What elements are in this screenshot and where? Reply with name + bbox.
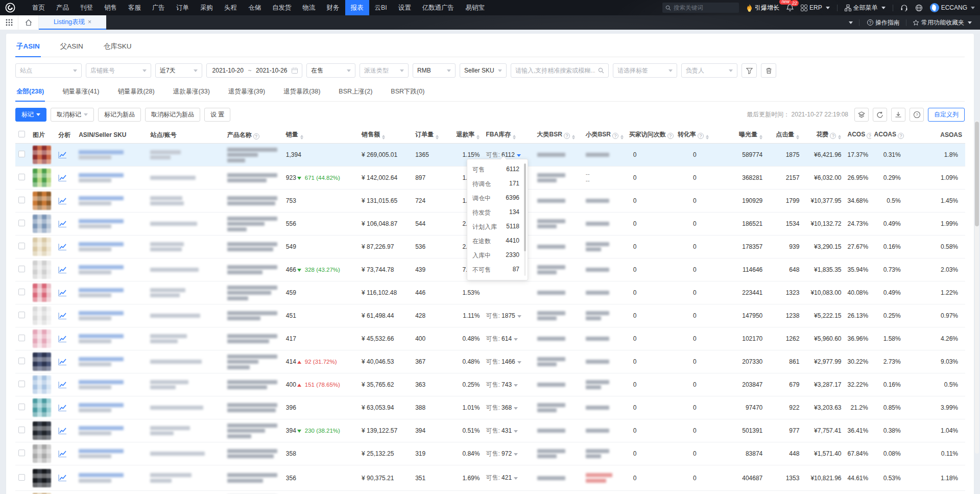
- analysis-chart-icon[interactable]: [58, 243, 73, 251]
- analysis-chart-icon[interactable]: [58, 197, 73, 205]
- alert-tab-退款暴涨(33)[interactable]: 退款暴涨(33): [172, 84, 211, 101]
- filter-funnel-button[interactable]: [742, 63, 757, 78]
- row-checkbox[interactable]: [18, 220, 25, 226]
- column-header-bsr1[interactable]: 大类BSR?: [534, 127, 583, 144]
- batch-layers-button[interactable]: [854, 108, 869, 122]
- column-header-spend[interactable]: 花费?: [802, 127, 844, 144]
- growth-link[interactable]: 引爆增长 new: [746, 4, 779, 12]
- home-tab[interactable]: [18, 15, 39, 30]
- product-image[interactable]: [33, 307, 51, 325]
- sort-icon[interactable]: [476, 135, 480, 139]
- globe-icon[interactable]: [915, 4, 923, 12]
- analysis-chart-icon[interactable]: [58, 474, 73, 482]
- column-header-site[interactable]: 站点/账号: [147, 127, 224, 144]
- row-checkbox[interactable]: [18, 474, 25, 481]
- analysis-chart-icon[interactable]: [58, 450, 73, 458]
- column-header-acoas[interactable]: ACOAS?: [871, 127, 904, 144]
- site-select[interactable]: 站点: [15, 63, 82, 78]
- column-header-impressions[interactable]: 曝光量: [721, 127, 766, 144]
- nav-item-头程[interactable]: 头程: [219, 0, 243, 15]
- analysis-chart-icon[interactable]: [58, 335, 73, 343]
- row-checkbox[interactable]: [18, 381, 25, 387]
- alert-tab-退货暴涨(39)[interactable]: 退货暴涨(39): [227, 84, 266, 101]
- column-header-sales[interactable]: 销量: [283, 127, 358, 144]
- analysis-chart-icon[interactable]: [58, 289, 73, 297]
- nav-item-客服[interactable]: 客服: [123, 0, 147, 15]
- column-header-asin[interactable]: ASIN/Seller SKU: [76, 127, 147, 144]
- nav-item-设置[interactable]: 设置: [393, 0, 417, 15]
- product-image[interactable]: [33, 261, 51, 279]
- product-image[interactable]: [33, 398, 51, 417]
- fba-dropdown-icon[interactable]: [514, 338, 518, 341]
- column-header-analysis[interactable]: 分析: [55, 127, 76, 144]
- product-image[interactable]: [33, 421, 51, 440]
- date-preset-select[interactable]: 近7天: [155, 63, 202, 78]
- column-header-cb[interactable]: [15, 127, 30, 144]
- column-header-visits[interactable]: 买家访问次数?: [626, 127, 675, 144]
- row-checkbox[interactable]: [18, 174, 25, 180]
- account-menu[interactable]: ECCANG: [930, 3, 975, 12]
- column-header-conv[interactable]: 转化率?: [675, 127, 721, 144]
- column-header-acos[interactable]: ACOS?: [844, 127, 871, 144]
- fba-dropdown-icon[interactable]: [514, 407, 518, 410]
- analysis-chart-icon[interactable]: [58, 404, 73, 412]
- sort-icon[interactable]: [513, 135, 516, 139]
- nav-item-采购[interactable]: 采购: [195, 0, 219, 15]
- nav-item-云BI[interactable]: 云BI: [369, 0, 393, 15]
- product-image[interactable]: [33, 192, 51, 210]
- sort-icon[interactable]: [382, 135, 385, 139]
- nav-item-刊登[interactable]: 刊登: [75, 0, 99, 15]
- date-range[interactable]: 2021-10-20~2021-10-26: [206, 63, 302, 78]
- on-sale-select[interactable]: 在售: [306, 63, 355, 78]
- subtab-子ASIN[interactable]: 子ASIN: [15, 38, 41, 57]
- popup-scrollbar[interactable]: [524, 163, 526, 276]
- fba-dropdown-icon[interactable]: [517, 154, 521, 157]
- analysis-chart-icon[interactable]: [58, 312, 73, 320]
- alert-tab-销量暴涨(41)[interactable]: 销量暴涨(41): [61, 84, 100, 101]
- alert-tab-BSR下跌(0)[interactable]: BSR下跌(0): [390, 84, 425, 101]
- analysis-chart-icon[interactable]: [58, 266, 73, 274]
- product-image[interactable]: [33, 375, 51, 394]
- app-grid-button[interactable]: [0, 15, 18, 30]
- analysis-chart-icon[interactable]: [58, 381, 73, 389]
- currency-select[interactable]: RMB: [413, 63, 456, 78]
- fba-dropdown-icon[interactable]: [514, 430, 518, 433]
- row-checkbox[interactable]: [18, 243, 25, 249]
- tag-select[interactable]: 请选择标签: [613, 63, 677, 78]
- row-checkbox[interactable]: [18, 335, 25, 341]
- global-search-input[interactable]: 搜索关键词: [662, 3, 739, 13]
- nav-item-物流[interactable]: 物流: [297, 0, 321, 15]
- product-image[interactable]: [33, 169, 51, 187]
- row-checkbox[interactable]: [18, 404, 25, 410]
- sort-icon[interactable]: [300, 135, 303, 139]
- tabs-chevron-down-icon[interactable]: [849, 21, 853, 24]
- nav-item-自发货[interactable]: 自发货: [267, 0, 297, 15]
- nav-item-订单[interactable]: 订单: [171, 0, 195, 15]
- clear-filters-button[interactable]: [761, 63, 776, 78]
- close-tab-icon[interactable]: ×: [88, 18, 91, 26]
- alert-tab-全部(238)[interactable]: 全部(238): [15, 84, 45, 102]
- owner-select[interactable]: 负责人: [681, 63, 737, 78]
- product-image[interactable]: [33, 352, 51, 371]
- nav-item-亿数通广告[interactable]: 亿数通广告: [417, 0, 460, 15]
- analysis-chart-icon[interactable]: [58, 358, 73, 366]
- column-header-product[interactable]: 产品名称?: [224, 127, 283, 144]
- unmark-as-new-button[interactable]: 取消标记为新品: [145, 108, 200, 122]
- erp-switcher[interactable]: ERP: [801, 4, 830, 11]
- fba-dropdown-icon[interactable]: [517, 361, 521, 364]
- mark-as-new-button[interactable]: 标记为新品: [98, 108, 141, 122]
- nav-item-销售[interactable]: 销售: [99, 0, 123, 15]
- fba-dropdown-icon[interactable]: [514, 453, 518, 456]
- mark-button[interactable]: 标记: [15, 108, 46, 122]
- vertical-scrollbar-thumb[interactable]: [975, 122, 979, 226]
- product-image[interactable]: [33, 238, 51, 256]
- delivery-type-select[interactable]: 派送类型: [360, 63, 409, 78]
- row-checkbox[interactable]: [18, 427, 25, 433]
- favorites-button[interactable]: 常用功能收藏夹: [913, 18, 972, 27]
- sort-icon[interactable]: [436, 135, 439, 139]
- fba-dropdown-icon[interactable]: [517, 315, 521, 318]
- row-checkbox[interactable]: [18, 450, 25, 456]
- analysis-chart-icon[interactable]: [58, 427, 73, 435]
- fba-dropdown-icon[interactable]: [514, 477, 518, 480]
- column-header-img[interactable]: 图片: [30, 127, 55, 144]
